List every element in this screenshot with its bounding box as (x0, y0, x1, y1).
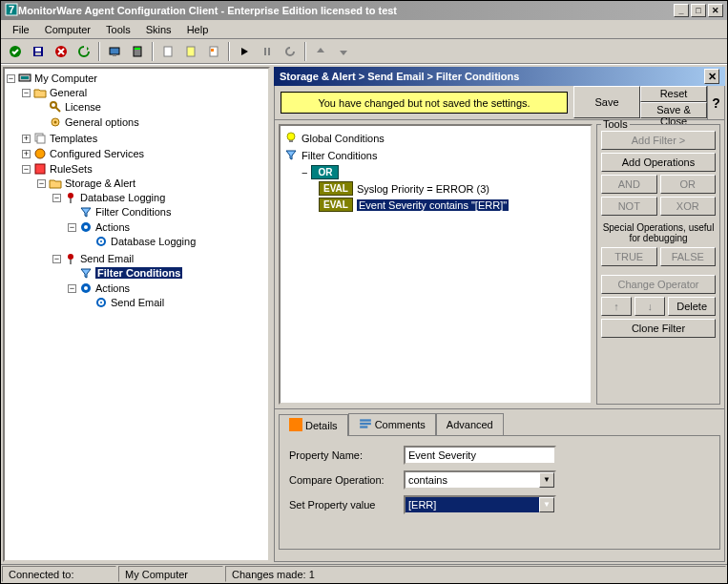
menu-computer[interactable]: Computer (37, 22, 98, 37)
svg-rect-15 (264, 48, 266, 55)
svg-point-21 (54, 121, 57, 124)
collapse-icon[interactable]: − (22, 89, 31, 97)
play-icon[interactable] (234, 41, 255, 62)
menu-file[interactable]: File (5, 22, 37, 37)
refresh-icon[interactable] (73, 41, 94, 62)
svg-rect-11 (164, 47, 172, 56)
tree-actions-2[interactable]: −Actions (68, 282, 266, 295)
filter-conditions-node[interactable]: Filter Conditions (284, 147, 587, 164)
services-icon (33, 147, 47, 160)
or-button[interactable]: OR (660, 175, 717, 194)
tools-panel: Tools Add Filter > Add Operations AND OR… (596, 124, 720, 405)
svg-rect-18 (21, 76, 29, 79)
panel-close-button[interactable]: ✕ (704, 69, 719, 84)
tab-details[interactable]: Details (279, 414, 348, 436)
change-operator-button[interactable]: Change Operator (601, 275, 716, 294)
doc1-icon[interactable] (157, 41, 178, 62)
eval-rule-2[interactable]: EVALEvent Severity contains "[ERR]" (319, 197, 587, 213)
reset-button[interactable]: Reset (640, 86, 707, 102)
tree-general[interactable]: −General (22, 86, 266, 99)
dropdown-arrow-icon[interactable]: ▼ (539, 472, 554, 488)
collapse-icon[interactable]: − (52, 194, 61, 202)
tree-license[interactable]: License (37, 100, 266, 114)
help-button[interactable]: ? (707, 86, 724, 119)
save-button[interactable]: Save (573, 86, 640, 118)
key-icon (49, 100, 62, 114)
templates-icon (33, 132, 47, 145)
tree-general-options[interactable]: General options (37, 115, 266, 129)
add-operations-button[interactable]: Add Operations (601, 153, 716, 172)
tree-configured-services[interactable]: +Configured Services (22, 147, 266, 160)
menu-skins[interactable]: Skins (138, 22, 179, 37)
tree-send-email-action[interactable]: Send Email (83, 296, 266, 309)
svg-rect-25 (35, 164, 45, 174)
svg-rect-43 (360, 426, 367, 428)
details-icon (289, 418, 302, 433)
minimize-button[interactable]: _ (674, 4, 689, 17)
tree-db-logging-action[interactable]: Database Logging (83, 235, 266, 248)
property-name-input[interactable] (404, 446, 556, 465)
tree-filter-conditions-2[interactable]: Filter Conditions (68, 266, 266, 280)
dropdown-arrow-icon[interactable]: ▼ (539, 497, 554, 512)
maximize-button[interactable]: □ (691, 4, 706, 17)
computer-icon (18, 72, 31, 85)
and-button[interactable]: AND (601, 175, 657, 194)
svg-point-38 (287, 133, 295, 140)
collapse-icon[interactable]: − (68, 284, 76, 293)
menu-tools[interactable]: Tools (98, 22, 138, 37)
add-filter-button[interactable]: Add Filter > (601, 131, 716, 150)
menu-help[interactable]: Help (179, 22, 217, 37)
or-operator[interactable]: −OR (302, 164, 587, 180)
false-button[interactable]: FALSE (660, 247, 717, 266)
clone-filter-button[interactable]: Clone Filter (601, 319, 716, 338)
save-icon[interactable] (28, 41, 49, 62)
restart-icon[interactable] (280, 41, 301, 62)
tree-templates[interactable]: +Templates (22, 132, 266, 145)
close-window-button[interactable]: ✕ (708, 4, 723, 17)
down-icon[interactable] (333, 41, 354, 62)
collapse-icon[interactable]: − (302, 167, 307, 178)
expand-icon[interactable]: + (22, 150, 31, 158)
server-icon[interactable] (127, 41, 148, 62)
tree-database-logging[interactable]: −Database Logging (52, 191, 266, 204)
collapse-icon[interactable]: − (68, 223, 76, 232)
compare-operation-select[interactable]: contains▼ (404, 470, 556, 490)
not-button[interactable]: NOT (601, 197, 657, 216)
doc2-icon[interactable] (180, 41, 201, 62)
filter-icon (284, 148, 298, 163)
cancel-icon[interactable] (51, 41, 72, 62)
svg-text:7: 7 (9, 4, 14, 15)
tree-storage-alert[interactable]: −Storage & Alert (37, 177, 266, 190)
collapse-icon[interactable]: − (37, 179, 46, 188)
xor-button[interactable]: XOR (660, 197, 717, 216)
save-close-button[interactable]: Save & Close (640, 102, 707, 118)
check-icon[interactable] (5, 41, 26, 62)
move-up-button[interactable]: ↑ (601, 297, 632, 316)
tab-advanced[interactable]: Advanced (436, 413, 504, 435)
svg-point-26 (68, 193, 73, 198)
svg-rect-7 (110, 48, 119, 54)
collapse-icon[interactable]: − (22, 165, 31, 174)
collapse-icon[interactable]: − (7, 74, 15, 83)
computer-icon[interactable] (104, 41, 125, 62)
tree-rulesets[interactable]: −RuleSets (22, 162, 266, 176)
set-property-select[interactable]: [ERR]▼ (404, 495, 556, 514)
tree-my-computer[interactable]: −My Computer (7, 72, 266, 85)
folder-icon (49, 177, 62, 190)
special-ops-label: Special Operations, useful for debugging (601, 222, 716, 243)
expand-icon[interactable]: + (22, 135, 31, 143)
tab-comments[interactable]: Comments (348, 413, 436, 435)
doc3-icon[interactable] (203, 41, 224, 62)
tree-actions-1[interactable]: −Actions (68, 220, 266, 234)
eval-rule-1[interactable]: EVALSyslog Priority = ERROR (3) (319, 180, 587, 197)
svg-point-34 (84, 286, 88, 290)
tree-send-email[interactable]: −Send Email (52, 252, 266, 265)
up-icon[interactable] (310, 41, 331, 62)
global-conditions[interactable]: Global Conditions (284, 130, 587, 147)
tree-filter-conditions-1[interactable]: Filter Conditions (68, 205, 266, 219)
true-button[interactable]: TRUE (601, 247, 657, 266)
delete-button[interactable]: Delete (668, 297, 716, 316)
pause-icon[interactable] (257, 41, 278, 62)
collapse-icon[interactable]: − (52, 255, 61, 263)
move-down-button[interactable]: ↓ (634, 297, 665, 316)
